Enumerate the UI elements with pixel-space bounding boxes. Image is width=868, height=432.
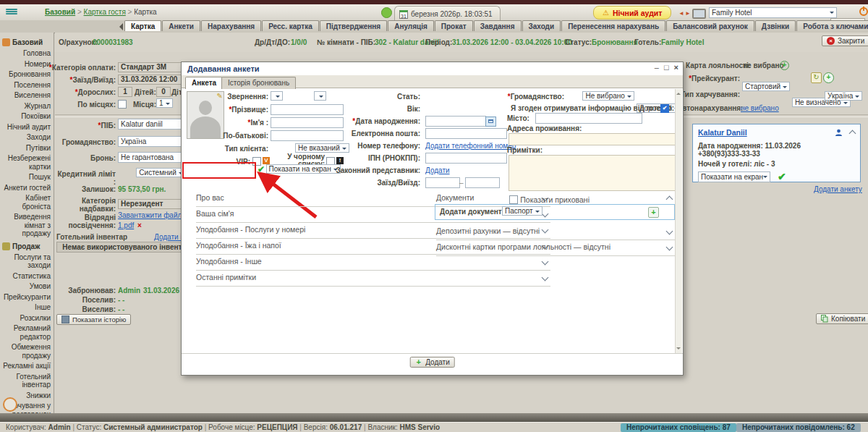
collapse-card-icon[interactable] bbox=[849, 130, 856, 137]
accordion-deposit-accounts[interactable]: Депозитні рахунки — відсутні bbox=[436, 224, 675, 240]
scroll-tabs-left-icon[interactable] bbox=[116, 23, 123, 30]
sidebar-item[interactable]: Пошук bbox=[0, 172, 54, 183]
sidebar-item[interactable]: Рекламні акції bbox=[0, 361, 54, 372]
show-hidden-checkbox[interactable] bbox=[509, 195, 518, 204]
upload-file-link[interactable]: Завантажити файл bbox=[118, 211, 182, 219]
address-textarea[interactable] bbox=[509, 133, 676, 145]
sidebar-item[interactable]: Незбережені картки bbox=[0, 153, 54, 172]
sidebar-item[interactable]: Умови bbox=[0, 281, 54, 292]
breadcrumb-guest-card[interactable]: Картка гостя bbox=[84, 8, 126, 16]
file-link[interactable]: 1.pdf bbox=[118, 221, 134, 229]
sidebar-item[interactable]: Путівки bbox=[0, 143, 54, 154]
byplace-checkbox[interactable] bbox=[118, 100, 127, 109]
refresh-pricelist-icon[interactable]: ↻ bbox=[811, 72, 822, 83]
add-questionnaire-link[interactable]: Додати анкету bbox=[814, 185, 862, 193]
show-history-button[interactable]: Показати історію bbox=[56, 314, 131, 325]
sidebar-item[interactable]: Інше bbox=[0, 302, 54, 313]
tab-booking-history[interactable]: Історія бронювань bbox=[221, 77, 296, 89]
scroll-down-icon[interactable] bbox=[676, 347, 681, 352]
guest-name-link[interactable]: Kalatur Daniil bbox=[698, 128, 747, 137]
sidebar-item[interactable]: Виведення кімнат з продажу bbox=[0, 212, 54, 240]
tab-ankety[interactable]: Анкети bbox=[162, 20, 200, 31]
collapse-arrows-icon[interactable]: ◄► bbox=[678, 10, 692, 17]
scroll-up-icon[interactable] bbox=[676, 90, 681, 95]
sidebar-item[interactable]: Готельний інвентар bbox=[0, 372, 54, 391]
sidebar-section-basic[interactable]: Базовий bbox=[0, 35, 54, 48]
gender-select[interactable]: Не вибрано bbox=[582, 91, 634, 101]
apply-check-icon[interactable]: ✔ bbox=[258, 164, 265, 174]
loyalty-add-icon[interactable]: + bbox=[780, 61, 789, 70]
tab-klyuchi[interactable]: Робота з ключами bbox=[796, 20, 868, 31]
sidebar-item[interactable]: Головна bbox=[0, 48, 54, 59]
sidebar-item[interactable]: Заходи bbox=[0, 132, 54, 143]
sidebar-item[interactable]: Рекламний редактор bbox=[0, 323, 54, 342]
places-select[interactable]: 1 bbox=[156, 98, 173, 108]
notifications-badge[interactable]: Непрочитаних сповіщень: 87 bbox=[621, 423, 736, 432]
maximize-icon[interactable]: □ bbox=[664, 63, 669, 72]
sidebar-item[interactable]: Послуги та заходи bbox=[0, 253, 54, 271]
autocharge-link[interactable]: не вибрано bbox=[741, 104, 779, 112]
tab-balansovyi[interactable]: Балансовий рахунок bbox=[666, 20, 754, 31]
sidebar-item[interactable]: Анкети гостей bbox=[0, 183, 54, 194]
add-pricelist-icon[interactable]: + bbox=[823, 72, 834, 83]
close-button[interactable]: × Закрити bbox=[822, 35, 868, 46]
card-show-select[interactable]: Показати на екран bbox=[698, 171, 770, 182]
sidebar-item[interactable]: Обмеження продажу bbox=[0, 342, 54, 361]
dialog-scrollbar[interactable] bbox=[675, 89, 682, 353]
itn-input[interactable] bbox=[425, 153, 507, 164]
tab-anketa[interactable]: Анкета bbox=[185, 77, 223, 89]
add-phone-link[interactable]: Додати телефонний номер bbox=[425, 142, 516, 150]
sidebar-user-button[interactable] bbox=[3, 397, 17, 412]
tab-dzvinky[interactable]: Дзвінки bbox=[755, 20, 796, 31]
add-representative-link[interactable]: Додати bbox=[425, 166, 450, 174]
tab-anulyatsiya[interactable]: Ануляція bbox=[388, 20, 434, 31]
email-input[interactable] bbox=[425, 128, 507, 139]
accordion-other[interactable]: Уподобання - Інше bbox=[196, 255, 550, 271]
stay-from-input[interactable] bbox=[425, 177, 460, 188]
copy-button[interactable]: Копіювати bbox=[816, 313, 868, 324]
add-button[interactable]: + Додати bbox=[409, 357, 455, 368]
sidebar-item[interactable]: Прейскуранти bbox=[0, 292, 54, 303]
sidebar-item[interactable]: Статистика bbox=[0, 271, 54, 282]
delete-file-icon[interactable]: × bbox=[137, 221, 142, 229]
tab-prokat[interactable]: Прокат bbox=[435, 20, 473, 31]
night-audit-badge[interactable]: ⚠ Нічний аудит bbox=[593, 6, 671, 20]
tab-perenesennya[interactable]: Перенесення нарахувань bbox=[561, 20, 665, 31]
notes-textarea[interactable] bbox=[509, 155, 676, 191]
sidebar-item[interactable]: Покоївки bbox=[0, 111, 54, 122]
sidebar-item[interactable]: Журнал bbox=[0, 101, 54, 112]
menu-icon[interactable] bbox=[6, 8, 17, 17]
add-document-button[interactable]: + bbox=[648, 207, 659, 218]
tab-narahuvannya[interactable]: Нарахування bbox=[201, 20, 261, 31]
birthdate-input[interactable] bbox=[425, 116, 486, 127]
accordion-last-notes[interactable]: Останні примітки bbox=[196, 271, 550, 287]
pricelist-select[interactable]: Стартовий bbox=[742, 82, 790, 91]
consent-checkbox[interactable]: ✔ bbox=[660, 104, 669, 113]
tab-zahody[interactable]: Заходи bbox=[522, 20, 561, 31]
tab-ress-kartka[interactable]: Ресс. картка bbox=[262, 20, 319, 31]
breadcrumb-base[interactable]: Базовий bbox=[45, 8, 75, 16]
tab-pidtverdzhennya[interactable]: Підтвердження bbox=[320, 20, 387, 31]
confirm-check-icon[interactable]: ✔ bbox=[778, 171, 786, 182]
tab-kartka[interactable]: Картка bbox=[124, 20, 161, 31]
tab-zavdannya[interactable]: Завдання bbox=[474, 20, 522, 31]
sidebar-item[interactable]: Кабінет броніста bbox=[0, 193, 54, 212]
datepicker-icon[interactable] bbox=[485, 117, 496, 127]
add-document-select[interactable]: Паспорт bbox=[502, 206, 542, 216]
chat-bubble-icon[interactable] bbox=[381, 7, 392, 18]
hotel-select[interactable]: Family Hotel bbox=[709, 7, 837, 18]
monitor-icon[interactable] bbox=[692, 9, 706, 19]
credit-select[interactable]: Системний bbox=[136, 168, 185, 177]
messages-badge[interactable]: Непрочитаних повідомлень: 62 bbox=[736, 423, 861, 432]
city-input[interactable] bbox=[535, 113, 642, 124]
sidebar-section-sales[interactable]: Продаж bbox=[0, 240, 54, 253]
stay-to-input[interactable] bbox=[465, 177, 500, 188]
inventory-add-link[interactable]: Додати і bbox=[154, 233, 182, 241]
sidebar-item[interactable]: Розсилки bbox=[0, 313, 54, 324]
minimize-icon[interactable]: – bbox=[655, 63, 659, 72]
citizenship-select[interactable]: Україна bbox=[825, 91, 862, 101]
close-dialog-icon[interactable]: × bbox=[674, 63, 678, 72]
accordion-loyalty-cards[interactable]: Дисконтні картки програми лояльності — в… bbox=[436, 240, 675, 256]
power-icon[interactable] bbox=[859, 7, 868, 16]
sidebar-item[interactable]: Нічний аудит bbox=[0, 122, 54, 133]
